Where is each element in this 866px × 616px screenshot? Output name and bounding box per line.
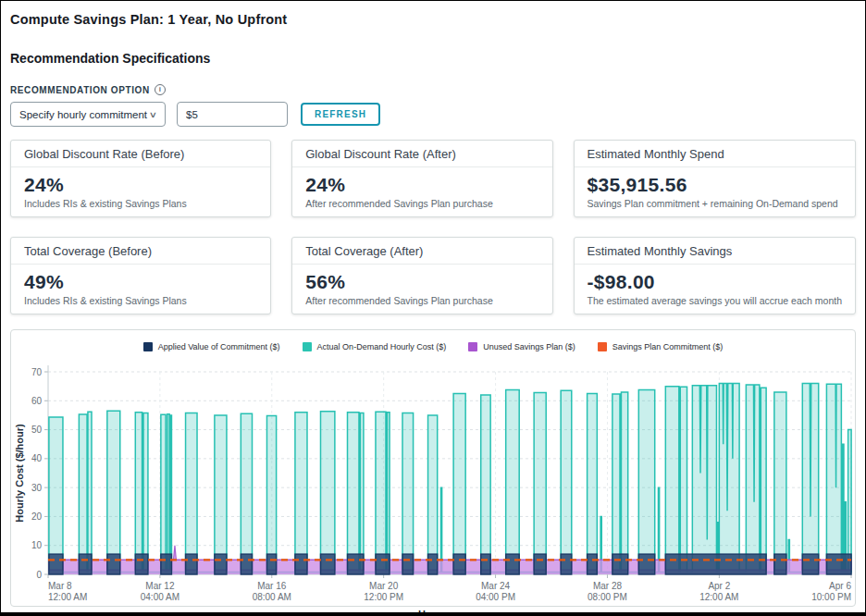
stat-cards-grid: Global Discount Rate (Before) 24% Includ…: [10, 140, 856, 314]
card-description: The estimated average savings you will a…: [588, 295, 842, 306]
recommendation-option-label: RECOMMENDATION OPTION: [10, 85, 150, 95]
info-icon[interactable]: i: [155, 84, 166, 95]
card-title: Global Discount Rate (After): [292, 141, 551, 167]
legend-unused-savings-plan[interactable]: Unused Savings Plan ($): [468, 339, 575, 354]
svg-text:60: 60: [31, 396, 43, 406]
svg-text:40: 40: [31, 453, 43, 463]
card-total-coverage-before: Total Coverage (Before) 49% Includes RIs…: [10, 237, 271, 314]
svg-text:04:00 AM: 04:00 AM: [141, 592, 179, 602]
svg-text:10:00 PM: 10:00 PM: [811, 592, 851, 602]
svg-text:Mar 16: Mar 16: [257, 581, 287, 591]
chart-canvas[interactable]: 010203040506070Mar 812:00 AMMar 1204:00 …: [11, 354, 859, 602]
svg-text:Mar 12: Mar 12: [145, 581, 175, 591]
commitment-type-select[interactable]: Specify hourly commitment ∨: [10, 102, 166, 127]
card-title: Estimated Monthly Spend: [575, 141, 855, 167]
select-value: Specify hourly commitment: [19, 109, 147, 120]
svg-text:Mar 24: Mar 24: [481, 581, 511, 591]
card-value: $35,915.56: [588, 174, 842, 196]
card-value: 56%: [305, 271, 538, 293]
svg-text:12:00 AM: 12:00 AM: [48, 592, 87, 602]
card-estimated-monthly-spend: Estimated Monthly Spend $35,915.56 Savin…: [574, 140, 856, 217]
legend-swatch-orange: [598, 342, 607, 351]
card-value: 49%: [24, 271, 257, 293]
card-description: Includes RIs & existing Savings Plans: [24, 295, 257, 306]
hourly-cost-chart-panel: Applied Value of Commitment ($) Actual O…: [10, 329, 856, 607]
svg-text:Apr 6: Apr 6: [829, 581, 851, 591]
svg-text:20: 20: [31, 511, 43, 522]
legend-swatch-navy: [143, 342, 153, 351]
legend-on-demand-cost[interactable]: Actual On-Demand Hourly Cost ($): [303, 339, 447, 354]
svg-text:10: 10: [31, 540, 43, 550]
svg-text:12:00 PM: 12:00 PM: [364, 592, 403, 602]
card-description: Includes RIs & existing Savings Plans: [24, 198, 257, 209]
card-value: -$98.00: [588, 271, 842, 293]
card-description: After recommended Savings Plan purchase: [305, 295, 538, 306]
card-value: 24%: [305, 174, 538, 196]
svg-text:04:00 PM: 04:00 PM: [476, 592, 515, 602]
svg-text:08:00 PM: 08:00 PM: [588, 592, 627, 602]
legend-applied-value[interactable]: Applied Value of Commitment ($): [143, 339, 280, 354]
svg-text:70: 70: [31, 367, 43, 377]
recommendation-option-row: RECOMMENDATION OPTION i: [10, 84, 856, 95]
card-description: Savings Plan commitment + remaining On-D…: [588, 198, 842, 209]
savings-plan-page: Compute Savings Plan: 1 Year, No Upfront…: [0, 0, 866, 616]
svg-text:12:00 AM: 12:00 AM: [699, 592, 738, 602]
card-value: 24%: [24, 174, 257, 196]
chevron-down-icon: ∨: [149, 110, 157, 119]
section-title: Recommendation Specifications: [10, 51, 856, 66]
chart-footer: Hours Note: Unused Savings Plans will at…: [10, 609, 856, 616]
card-title: Total Coverage (After): [292, 238, 551, 265]
hourly-commitment-input[interactable]: [177, 102, 288, 127]
card-global-discount-before: Global Discount Rate (Before) 24% Includ…: [10, 140, 271, 217]
card-title: Total Coverage (Before): [11, 238, 270, 265]
svg-text:Apr 2: Apr 2: [708, 581, 730, 591]
controls-row: Specify hourly commitment ∨ REFRESH: [10, 102, 856, 127]
chart-legend: Applied Value of Commitment ($) Actual O…: [11, 330, 855, 354]
card-estimated-monthly-savings: Estimated Monthly Savings -$98.00 The es…: [574, 237, 856, 314]
svg-text:50: 50: [31, 425, 43, 435]
card-global-discount-after: Global Discount Rate (After) 24% After r…: [291, 140, 552, 217]
card-title: Estimated Monthly Savings: [575, 238, 855, 265]
legend-swatch-teal: [303, 342, 312, 351]
svg-text:0: 0: [36, 570, 42, 580]
svg-text:Mar 8: Mar 8: [48, 581, 72, 591]
card-description: After recommended Savings Plan purchase: [305, 198, 538, 209]
x-axis-title: Hours: [10, 609, 856, 616]
page-title: Compute Savings Plan: 1 Year, No Upfront: [10, 10, 856, 27]
card-title: Global Discount Rate (Before): [11, 141, 270, 167]
legend-swatch-purple: [468, 342, 477, 351]
card-total-coverage-after: Total Coverage (After) 56% After recomme…: [291, 237, 552, 314]
legend-savings-plan-commitment[interactable]: Savings Plan Commitment ($): [598, 339, 724, 354]
svg-text:Mar 20: Mar 20: [369, 581, 399, 591]
svg-text:30: 30: [31, 483, 43, 493]
svg-text:Mar 28: Mar 28: [593, 581, 623, 591]
svg-text:Hourly Cost ($/hour): Hourly Cost ($/hour): [14, 424, 25, 523]
svg-text:08:00 AM: 08:00 AM: [253, 592, 291, 602]
refresh-button[interactable]: REFRESH: [301, 103, 380, 126]
